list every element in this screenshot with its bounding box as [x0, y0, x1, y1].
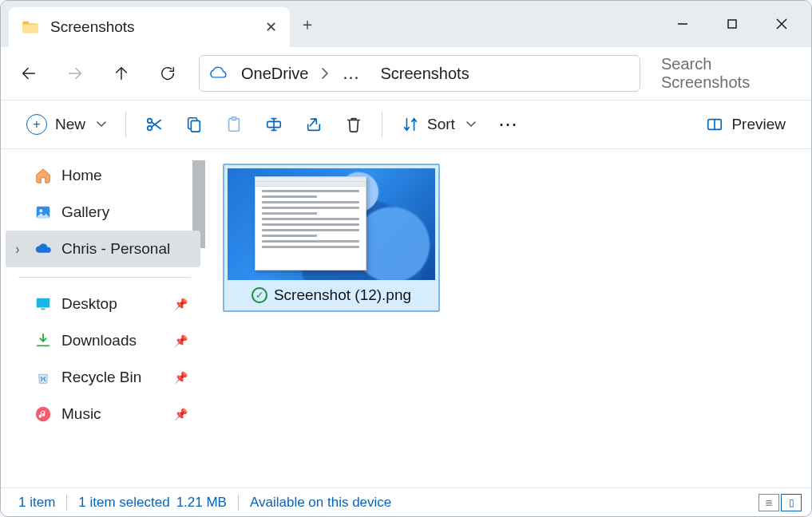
- address-segment-onedrive[interactable]: OneDrive: [235, 61, 315, 86]
- file-name: Screenshot (12).png: [274, 286, 411, 304]
- onedrive-icon: [34, 240, 52, 258]
- minimize-icon: [677, 18, 688, 30]
- sidebar-separator: [18, 277, 191, 278]
- svg-rect-1: [728, 20, 736, 28]
- window-controls: [658, 1, 811, 47]
- sidebar-item-desktop[interactable]: Desktop 📌: [1, 286, 205, 322]
- maximize-icon: [727, 18, 738, 30]
- plus-circle-icon: +: [26, 114, 47, 135]
- sidebar-item-music[interactable]: Music 📌: [1, 396, 205, 432]
- arrow-left-icon: [20, 65, 38, 82]
- download-icon: [34, 332, 52, 349]
- sidebar-item-label: Recycle Bin: [61, 369, 141, 386]
- nav-sidebar: Home Gallery Chris - Personal Desktop 📌 …: [1, 149, 205, 487]
- toolbar-divider: [125, 112, 126, 137]
- scissors-icon: [145, 116, 163, 133]
- pin-icon: 📌: [174, 334, 188, 347]
- sidebar-item-home[interactable]: Home: [1, 157, 205, 194]
- sort-button-label: Sort: [427, 116, 455, 133]
- sidebar-item-account[interactable]: Chris - Personal: [6, 231, 200, 267]
- tab-screenshots[interactable]: Screenshots ✕: [9, 7, 290, 47]
- explorer-window: Screenshots ✕ ＋: [0, 0, 812, 517]
- sidebar-item-label: Home: [61, 167, 102, 184]
- sidebar-item-downloads[interactable]: Downloads 📌: [1, 322, 205, 359]
- svg-rect-16: [41, 309, 46, 310]
- view-toggles: ≣ ▯: [759, 494, 805, 511]
- file-item[interactable]: ✓ Screenshot (12).png: [223, 164, 440, 312]
- main-area: Home Gallery Chris - Personal Desktop 📌 …: [1, 149, 811, 487]
- svg-rect-9: [232, 117, 236, 120]
- more-button[interactable]: ⋯: [487, 109, 531, 140]
- recycle-bin-icon: [34, 369, 52, 386]
- refresh-icon: [159, 65, 176, 82]
- list-view-toggle[interactable]: ≣: [759, 494, 779, 511]
- close-tab-icon[interactable]: ✕: [265, 18, 277, 36]
- address-segment-current[interactable]: Screenshots: [374, 61, 475, 86]
- new-tab-button[interactable]: ＋: [290, 1, 325, 47]
- synced-check-icon: ✓: [252, 287, 267, 303]
- rename-icon: [265, 116, 283, 133]
- share-icon: [305, 116, 323, 133]
- sidebar-item-label: Desktop: [61, 295, 117, 313]
- toolbar-divider: [382, 112, 382, 137]
- file-thumbnail: [228, 168, 435, 280]
- sidebar-item-label: Downloads: [61, 332, 137, 349]
- address-overflow[interactable]: …: [335, 63, 367, 84]
- arrow-right-icon: [66, 65, 84, 82]
- toolbar: + New Sort ⋯: [1, 100, 811, 149]
- sidebar-item-gallery[interactable]: Gallery: [1, 194, 205, 231]
- close-icon: [775, 18, 788, 30]
- rename-button[interactable]: [254, 109, 294, 140]
- cut-button[interactable]: [134, 109, 174, 140]
- gallery-icon: [34, 203, 52, 221]
- new-button[interactable]: + New: [15, 109, 117, 140]
- address-bar[interactable]: OneDrive … Screenshots: [199, 55, 640, 92]
- chevron-down-icon: [466, 120, 476, 128]
- onedrive-icon: [208, 65, 228, 81]
- new-button-label: New: [55, 116, 85, 133]
- search-input[interactable]: Search Screenshots: [650, 55, 805, 92]
- status-item-count: 1 item: [7, 495, 66, 511]
- status-bar: 1 item 1 item selected 1.21 MB Available…: [1, 487, 811, 516]
- grid-view-toggle[interactable]: ▯: [781, 494, 802, 511]
- copy-icon: [185, 116, 203, 133]
- maximize-button[interactable]: [707, 1, 757, 47]
- svg-rect-7: [191, 120, 200, 132]
- status-selection-text: 1 item selected: [78, 495, 169, 511]
- minimize-button[interactable]: [658, 1, 707, 47]
- file-label-row: ✓ Screenshot (12).png: [252, 280, 411, 304]
- trash-icon: [345, 116, 362, 133]
- status-availability: Available on this device: [239, 495, 402, 511]
- status-size: 1.21 MB: [176, 495, 227, 511]
- tab-title: Screenshots: [50, 18, 135, 36]
- chevron-right-icon: [321, 68, 329, 79]
- pin-icon: 📌: [174, 298, 188, 310]
- clipboard-icon: [225, 116, 243, 133]
- details-pane-icon: [706, 116, 723, 133]
- sidebar-item-label: Music: [61, 405, 101, 423]
- content-pane[interactable]: ✓ Screenshot (12).png: [205, 149, 811, 487]
- titlebar: Screenshots ✕ ＋: [1, 1, 811, 47]
- music-icon: [34, 405, 52, 423]
- sidebar-item-recycle[interactable]: Recycle Bin 📌: [1, 359, 205, 396]
- delete-button[interactable]: [334, 109, 374, 140]
- sidebar-item-label: Gallery: [61, 203, 109, 221]
- svg-point-14: [39, 209, 42, 212]
- home-icon: [34, 167, 52, 184]
- forward-button[interactable]: [53, 57, 97, 89]
- pin-icon: 📌: [174, 408, 188, 420]
- refresh-button[interactable]: [146, 57, 189, 89]
- arrow-up-icon: [113, 65, 130, 82]
- preview-button-label: Preview: [731, 116, 786, 133]
- paste-button[interactable]: [214, 109, 254, 140]
- sort-button[interactable]: Sort: [390, 109, 487, 140]
- up-button[interactable]: [100, 57, 143, 89]
- chevron-down-icon: [97, 120, 106, 128]
- preview-button[interactable]: Preview: [695, 109, 797, 140]
- folder-icon: [22, 20, 39, 34]
- desktop-icon: [34, 295, 52, 313]
- back-button[interactable]: [7, 57, 50, 89]
- copy-button[interactable]: [174, 109, 214, 140]
- close-window-button[interactable]: [757, 1, 806, 47]
- share-button[interactable]: [294, 109, 334, 140]
